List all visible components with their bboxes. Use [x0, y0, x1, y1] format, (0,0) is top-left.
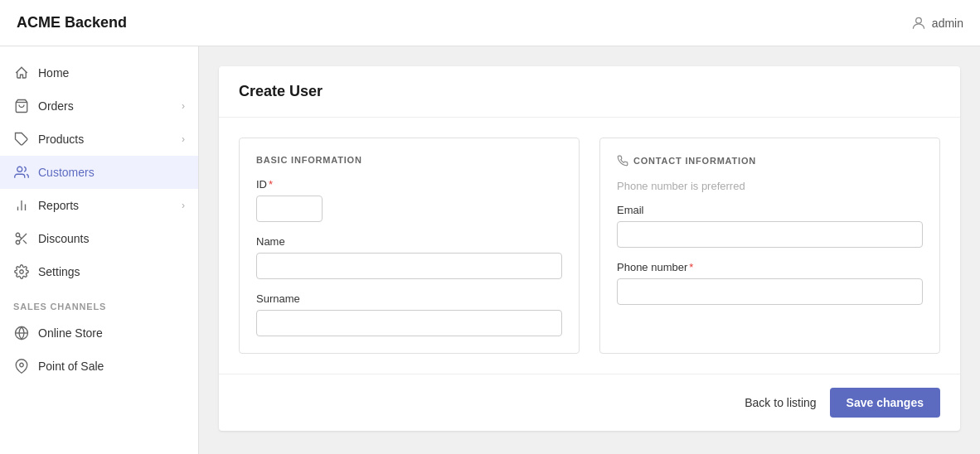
card-footer: Back to listing Save changes	[219, 374, 960, 431]
sidebar-item-home[interactable]: Home	[0, 56, 198, 89]
tag-icon	[13, 131, 30, 147]
card-body: BASIC INFORMATION ID* Name	[219, 118, 960, 374]
sidebar-item-point-of-sale[interactable]: Point of Sale	[0, 350, 198, 383]
admin-label: admin	[932, 17, 963, 30]
email-label: Email	[617, 204, 923, 216]
name-input[interactable]	[256, 253, 562, 279]
save-changes-button[interactable]: Save changes	[830, 388, 940, 418]
sales-channels-section-label: SALES CHANNELS	[0, 288, 198, 316]
sidebar-item-settings-label: Settings	[38, 265, 185, 278]
id-field: ID*	[256, 178, 562, 222]
svg-point-15	[20, 363, 24, 367]
form-grid: BASIC INFORMATION ID* Name	[239, 138, 940, 354]
account-icon	[910, 15, 927, 31]
svg-point-0	[916, 17, 922, 23]
sidebar-item-home-label: Home	[38, 66, 185, 80]
phone-field: Phone number*	[617, 261, 923, 305]
sidebar-item-reports[interactable]: Reports ›	[0, 189, 198, 222]
surname-label: Surname	[256, 292, 562, 305]
name-label: Name	[256, 235, 562, 248]
svg-line-10	[23, 240, 27, 244]
scissors-icon	[13, 230, 30, 247]
name-field: Name	[256, 235, 562, 279]
phone-label: Phone number*	[617, 261, 923, 273]
contact-info-title: CONTACT INFORMATION	[617, 155, 923, 167]
sidebar-item-discounts[interactable]: Discounts	[0, 222, 198, 255]
sidebar-item-online-store-label: Online Store	[38, 326, 185, 340]
sidebar-item-orders[interactable]: Orders ›	[0, 89, 198, 123]
sidebar-item-products[interactable]: Products ›	[0, 123, 198, 156]
sidebar-item-customers-label: Customers	[38, 166, 185, 179]
id-label: ID*	[256, 178, 562, 191]
globe-icon	[13, 325, 30, 341]
phone-small-icon	[617, 155, 628, 167]
phone-required-star: *	[689, 261, 693, 273]
sidebar-item-reports-label: Reports	[38, 199, 182, 212]
svg-line-11	[19, 236, 22, 239]
people-icon	[13, 164, 30, 181]
admin-section: admin	[910, 15, 963, 31]
basic-information-section: BASIC INFORMATION ID* Name	[239, 138, 580, 354]
sidebar-item-online-store[interactable]: Online Store	[0, 316, 198, 350]
id-required-star: *	[269, 178, 273, 191]
topbar: ACME Backend admin	[0, 0, 980, 46]
svg-point-12	[20, 270, 24, 274]
pin-icon	[13, 358, 30, 374]
contact-information-section: CONTACT INFORMATION Phone number is pref…	[599, 138, 940, 354]
cart-icon	[13, 98, 30, 114]
surname-field: Surname	[256, 292, 562, 336]
gear-icon	[13, 263, 30, 280]
sidebar-item-products-label: Products	[38, 133, 182, 146]
sidebar-item-orders-label: Orders	[38, 99, 182, 113]
sidebar: Home Orders › Products ›	[0, 46, 199, 454]
main-content: Create User BASIC INFORMATION ID*	[199, 46, 980, 454]
layout: Home Orders › Products ›	[0, 46, 980, 454]
basic-info-title: BASIC INFORMATION	[256, 155, 562, 165]
phone-input[interactable]	[617, 278, 923, 305]
chevron-right-icon: ›	[182, 200, 185, 211]
svg-point-7	[16, 233, 20, 237]
contact-hint: Phone number is preferred	[617, 180, 923, 192]
page-title: Create User	[239, 83, 940, 100]
email-input[interactable]	[617, 221, 923, 248]
id-input[interactable]	[256, 196, 323, 222]
sidebar-item-discounts-label: Discounts	[38, 232, 185, 245]
bar-chart-icon	[13, 197, 30, 214]
app-title: ACME Backend	[17, 14, 127, 31]
create-user-card: Create User BASIC INFORMATION ID*	[219, 66, 960, 431]
email-field: Email	[617, 204, 923, 248]
card-header: Create User	[219, 66, 960, 118]
chevron-right-icon: ›	[182, 100, 185, 112]
back-to-listing-button[interactable]: Back to listing	[745, 389, 816, 416]
svg-point-8	[16, 240, 20, 244]
chevron-right-icon: ›	[182, 133, 185, 145]
surname-input[interactable]	[256, 310, 562, 336]
sidebar-item-point-of-sale-label: Point of Sale	[38, 360, 185, 373]
svg-point-3	[17, 167, 22, 171]
home-icon	[13, 65, 30, 81]
sidebar-item-customers[interactable]: Customers	[0, 156, 198, 189]
sidebar-item-settings[interactable]: Settings	[0, 255, 198, 288]
